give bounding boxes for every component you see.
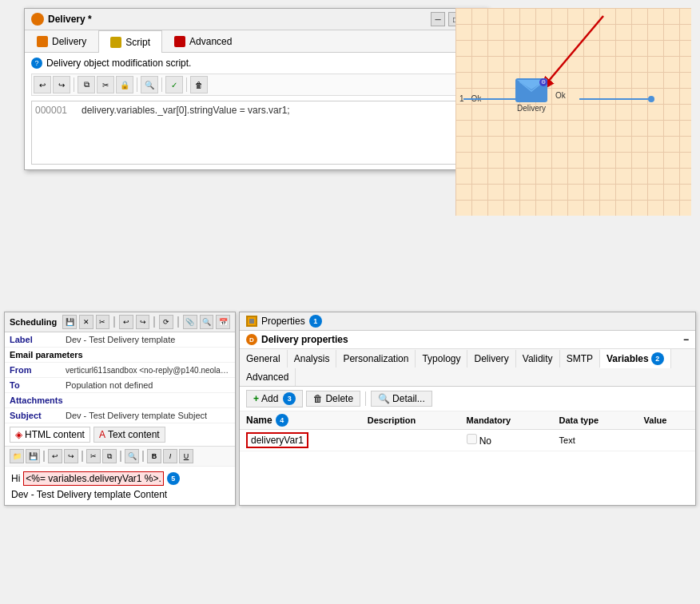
undo-button[interactable]: ↩ xyxy=(34,76,51,93)
cut-button[interactable]: ✂ xyxy=(97,76,114,93)
delivery-node-label: Delivery xyxy=(517,104,546,113)
th-description: Description xyxy=(361,411,460,430)
delivery-node[interactable]: ⚙ Delivery xyxy=(515,78,547,113)
attachments-row: Attachments xyxy=(5,393,235,408)
right-arrow-line xyxy=(579,98,651,100)
tab-delivery-label: Delivery xyxy=(52,36,86,47)
content-text: Dev - Test Delivery template Content xyxy=(11,489,229,500)
html-tab-icon: ◈ xyxy=(15,429,22,440)
node-badge-icon: ⚙ xyxy=(541,79,546,85)
ct-copy2[interactable]: ⧉ xyxy=(102,449,117,463)
properties-panel-header: Properties 1 xyxy=(240,312,695,331)
tab-advanced[interactable]: Advanced xyxy=(162,30,244,52)
ct-sep3 xyxy=(120,451,121,462)
props-tab-validity[interactable]: Validity xyxy=(516,350,560,368)
props-tab-general[interactable]: General xyxy=(240,350,288,368)
detail-button[interactable]: 🔍 Detail... xyxy=(371,391,432,407)
ct-binoculars2[interactable]: 🔍 xyxy=(125,449,139,463)
tab-general-label: General xyxy=(246,353,280,364)
content-tabs-bar: ◈ HTML content A Text content xyxy=(5,423,235,447)
svg-rect-3 xyxy=(249,319,254,324)
code-editor[interactable]: 000001 delivery.variables._var[0].string… xyxy=(31,101,480,165)
delivery-node-icon: ⚙ xyxy=(515,78,547,102)
text-tab-icon: A xyxy=(99,429,105,440)
badge-2: 2 xyxy=(651,352,664,365)
tb-cut[interactable]: ✂ xyxy=(96,315,110,329)
tabs-bar: Delivery Script Advanced xyxy=(25,30,487,53)
label-field-value: Dev - Test Delivery template xyxy=(66,335,230,344)
props-tab-smtp[interactable]: SMTP xyxy=(560,350,600,368)
props-tab-analysis[interactable]: Analysis xyxy=(288,350,337,368)
search-button[interactable]: 🔍 xyxy=(141,76,158,93)
script-toolbar: ↩ ↪ ⧉ ✂ 🔒 🔍 ✓ 🗑 xyxy=(31,74,480,96)
ct-save2[interactable]: 💾 xyxy=(26,449,40,463)
check-button[interactable]: ✓ xyxy=(165,76,183,93)
properties-icon xyxy=(246,316,257,327)
tb-delete[interactable]: ✕ xyxy=(79,315,93,329)
from-row: From verticurl611sandbox <no-reply@p140.… xyxy=(5,363,235,378)
cell-name-highlight: deliveryVar1 xyxy=(246,432,308,448)
to-row: To Population not defined xyxy=(5,378,235,393)
subject-row: Subject Dev - Test Delivery template Sub… xyxy=(5,408,235,423)
tb-calendar[interactable]: 📅 xyxy=(216,315,230,329)
tb-undo[interactable]: ↩ xyxy=(119,315,133,329)
canvas-nodes: 1 - Ok ⚙ Delivery Ok xyxy=(455,8,691,216)
badge-3: 3 xyxy=(283,392,296,405)
ct-bold[interactable]: B xyxy=(147,449,161,463)
ct-italic[interactable]: I xyxy=(163,449,177,463)
props-tab-advanced[interactable]: Advanced xyxy=(240,368,296,386)
tab-personalization-label: Personalization xyxy=(343,353,408,364)
props-tab-typology[interactable]: Typology xyxy=(416,350,467,368)
delete-icon: 🗑 xyxy=(313,393,323,404)
delete-variable-button[interactable]: 🗑 Delete xyxy=(306,391,360,407)
tab-html-content[interactable]: ◈ HTML content xyxy=(10,427,90,443)
lock-button[interactable]: 🔒 xyxy=(116,76,133,93)
code-highlight-span: <%= variables.deliveryVar1 %>. xyxy=(23,471,164,486)
ct-undo[interactable]: ↩ xyxy=(48,449,62,463)
th-name-text: Name xyxy=(246,415,272,426)
tab-script[interactable]: Script xyxy=(98,30,162,53)
tab-delivery[interactable]: Delivery xyxy=(25,30,98,52)
script-label-row: ? Delivery object modification script. xyxy=(31,58,480,69)
tb-save[interactable]: 💾 xyxy=(62,315,77,329)
props-tab-personalization[interactable]: Personalization xyxy=(336,350,416,368)
code-line-1: 000001 delivery.variables._var[0].string… xyxy=(35,105,476,116)
tb-sep2 xyxy=(153,316,155,328)
tb-attach[interactable]: 📎 xyxy=(183,315,197,329)
variables-table: Name 4 Description Mandatory Data type V… xyxy=(240,411,695,451)
props-tab-variables[interactable]: Variables 2 xyxy=(600,349,671,368)
ct-underline[interactable]: U xyxy=(179,449,193,463)
add-icon: + xyxy=(253,393,259,404)
close-props-btn[interactable]: − xyxy=(683,334,689,345)
minimize-button[interactable]: ─ xyxy=(431,12,445,26)
tb-redo[interactable]: ↪ xyxy=(136,315,150,329)
table-row[interactable]: deliveryVar1 No Text xyxy=(240,430,695,451)
th-data-type: Data type xyxy=(553,411,638,430)
tb-refresh[interactable]: ⟳ xyxy=(159,315,173,329)
search-detail-icon: 🔍 xyxy=(378,393,390,404)
properties-tabs-bar: General Analysis Personalization Typolog… xyxy=(240,349,695,387)
window-title-group: Delivery * xyxy=(31,13,92,26)
ct-redo[interactable]: ↪ xyxy=(64,449,78,463)
ct-sep xyxy=(43,451,45,462)
ct-cut2[interactable]: ✂ xyxy=(86,449,101,463)
td-value xyxy=(638,430,695,451)
subject-value: Dev - Test Delivery template Subject xyxy=(66,411,230,420)
copy-button[interactable]: ⧉ xyxy=(78,76,95,93)
to-label: To xyxy=(10,380,66,390)
detail-btn-label: Detail... xyxy=(392,393,425,404)
tab-text-content[interactable]: A Text content xyxy=(93,427,165,443)
delivery-props-header: D Delivery properties − xyxy=(240,331,695,349)
actions-sep xyxy=(365,391,366,406)
tb-binoculars[interactable]: 🔍 xyxy=(200,315,214,329)
delete-button2[interactable]: 🗑 xyxy=(190,76,208,93)
ct-folder[interactable]: 📁 xyxy=(10,449,24,463)
hi-prefix: Hi xyxy=(11,473,20,484)
toolbar-sep-2 xyxy=(137,77,137,92)
add-variable-button[interactable]: + Add 3 xyxy=(246,390,303,407)
redo-button[interactable]: ↪ xyxy=(53,76,70,93)
left-arrow-line xyxy=(463,98,519,100)
script-description: Delivery object modification script. xyxy=(46,58,191,69)
props-tab-delivery[interactable]: Delivery xyxy=(467,350,515,368)
mandatory-checkbox[interactable] xyxy=(467,434,477,444)
